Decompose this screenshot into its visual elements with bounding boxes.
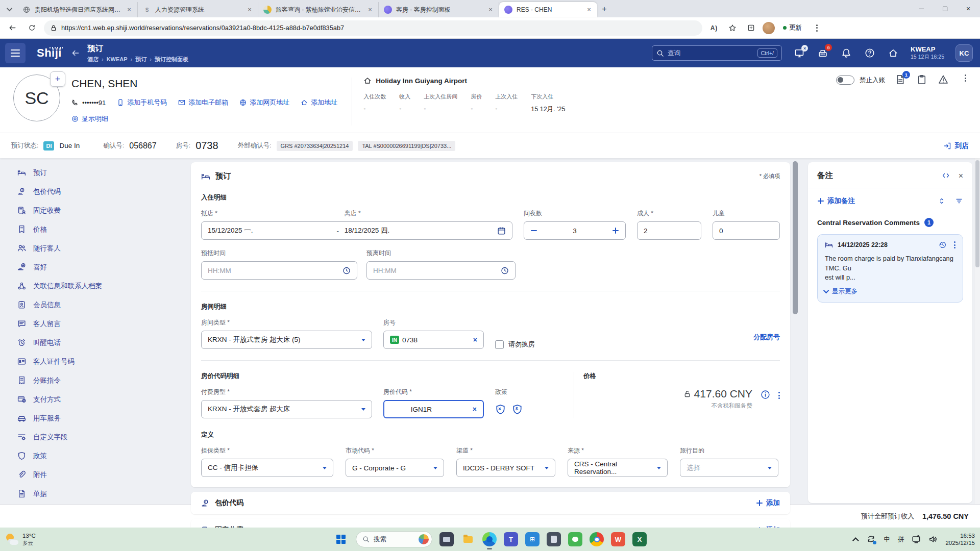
note-card[interactable]: 14/12/2025 22:28 The room charge is paid…: [817, 234, 963, 303]
lock-open-icon[interactable]: [683, 390, 691, 398]
add-mobile-link[interactable]: 添加手机号码: [117, 98, 167, 107]
calendar-icon[interactable]: [497, 227, 506, 235]
sidebar-item-linked-profiles[interactable]: 关联信息和联系人档案: [0, 277, 190, 295]
note-menu-icon[interactable]: [954, 241, 955, 248]
browser-profile-avatar[interactable]: [763, 22, 775, 34]
taskbar-app-calculator[interactable]: [547, 532, 561, 546]
sidebar-item-custom-fields[interactable]: 自定义字段: [0, 428, 190, 446]
scrollbar-thumb[interactable]: [793, 161, 798, 314]
cast-display-icon[interactable]: [912, 535, 921, 544]
cancellation-policy-shield-icon[interactable]: ×: [495, 404, 506, 415]
room-type-dropdown[interactable]: KRXN - 开放式套房 超大床 (5): [201, 331, 372, 349]
add-address-link[interactable]: 添加地址: [301, 98, 337, 107]
eta-input[interactable]: [201, 261, 357, 280]
sidebar-item-documents[interactable]: 单据: [0, 484, 190, 503]
add-email-link[interactable]: 添加电子邮箱: [178, 98, 228, 107]
price-menu-icon[interactable]: [778, 392, 780, 399]
guarantee-dropdown[interactable]: CC - 信用卡担保: [201, 459, 333, 477]
taskbar-search[interactable]: 搜索: [356, 531, 432, 547]
room-no-input[interactable]: IN 0738 ×: [383, 331, 484, 349]
weather-widget[interactable]: 13°C 多云: [5, 533, 36, 546]
close-icon[interactable]: ×: [959, 171, 963, 181]
global-search-input[interactable]: Ctrl+/: [652, 45, 782, 61]
browser-tab[interactable]: 贵阳机场智选假日酒店系统网址导 ×: [17, 2, 138, 17]
filter-icon[interactable]: [955, 197, 963, 205]
add-package-button[interactable]: 添加: [756, 498, 780, 508]
sidebar-item-packages[interactable]: 包价代码: [0, 182, 190, 201]
adults-input[interactable]: 2: [637, 221, 701, 240]
tray-expand-icon[interactable]: [852, 537, 859, 544]
add-note-button[interactable]: 添加备注: [817, 196, 855, 206]
window-maximize-button[interactable]: [933, 0, 957, 17]
sidebar-item-transportation[interactable]: 用车服务: [0, 409, 190, 428]
sidebar-item-wakeup-calls[interactable]: 叫醒电话: [0, 333, 190, 352]
purpose-dropdown[interactable]: 选择: [680, 459, 778, 477]
ime-mode-indicator[interactable]: 拼: [898, 535, 904, 544]
favorite-star-icon[interactable]: [726, 21, 739, 35]
sidebar-item-fixed-charges[interactable]: 固定收费: [0, 201, 190, 220]
show-details-link[interactable]: 显示明细: [71, 114, 108, 123]
history-icon[interactable]: [939, 241, 947, 249]
nights-plus-button[interactable]: [611, 226, 620, 235]
no-post-toggle[interactable]: [836, 76, 854, 85]
read-aloud-icon[interactable]: A): [707, 21, 721, 35]
browser-tab[interactable]: 旅客查询 - 紫楠旅馆业治安信息管 ×: [258, 2, 379, 17]
start-button[interactable]: [333, 532, 349, 547]
sidebar-item-guest-ids[interactable]: 客人证件号码: [0, 352, 190, 371]
sidebar-item-preferences[interactable]: 喜好: [0, 258, 190, 277]
tab-close-icon[interactable]: ×: [246, 6, 254, 14]
sidebar-item-membership[interactable]: 会员信息: [0, 295, 190, 314]
tab-search-chevron-icon[interactable]: [3, 3, 17, 16]
source-dropdown[interactable]: CRS - Central Reservation...: [568, 459, 668, 477]
notifications-bell-icon[interactable]: [840, 47, 852, 59]
browser-refresh-button[interactable]: [24, 21, 39, 35]
no-move-checkbox-row[interactable]: 请勿换房: [495, 340, 535, 349]
property-block[interactable]: KWEAP 15 12月 16:25: [911, 46, 944, 60]
cashier-icon[interactable]: [817, 47, 829, 59]
etd-time-field[interactable]: [373, 267, 501, 274]
url-text[interactable]: https://cn1.web.ep.shiji.world/reservati…: [61, 24, 696, 32]
browser-menu-icon[interactable]: [810, 21, 823, 35]
browser-back-button[interactable]: [5, 21, 19, 35]
window-minimize-button[interactable]: [910, 0, 933, 17]
tab-close-icon[interactable]: ×: [486, 6, 495, 14]
channel-dropdown[interactable]: IDCDS - DERBY SOFT: [456, 459, 555, 477]
nights-value[interactable]: 3: [573, 227, 577, 235]
tab-close-icon[interactable]: ×: [125, 6, 133, 14]
sidebar-item-routing[interactable]: 分账指令: [0, 371, 190, 390]
deposit-policy-shield-icon[interactable]: $: [512, 404, 523, 415]
children-input[interactable]: 0: [713, 221, 780, 240]
checkbox-icon[interactable]: [495, 340, 504, 349]
sync-icon[interactable]: [867, 535, 876, 544]
taskbar-clock[interactable]: 16:53 2025/12/15: [945, 532, 975, 547]
add-website-link[interactable]: 添加网页地址: [239, 98, 289, 107]
window-close-button[interactable]: ×: [957, 0, 980, 17]
eta-time-field[interactable]: [208, 267, 342, 274]
taskbar-app-teams[interactable]: T: [504, 532, 518, 546]
sidebar-item-prices[interactable]: 价格: [0, 220, 190, 239]
add-profile-button[interactable]: +: [50, 71, 65, 87]
date-range-input[interactable]: 15/12/2025 一. - 18/12/2025 四.: [201, 221, 512, 240]
browser-tab[interactable]: 客房 - 客房控制面板 ×: [379, 2, 499, 17]
search-input[interactable]: [668, 49, 754, 57]
nights-minus-button[interactable]: [529, 226, 538, 235]
taskbar-app-wechat[interactable]: [568, 532, 582, 546]
breadcrumb-item[interactable]: KWEAP: [107, 56, 128, 62]
collections-icon[interactable]: [744, 21, 757, 35]
sidebar-item-attachments[interactable]: 附件: [0, 465, 190, 484]
tab-close-icon[interactable]: ×: [585, 6, 593, 14]
sidebar-item-policies[interactable]: 政策: [0, 446, 190, 465]
volume-icon[interactable]: [928, 535, 938, 544]
address-bar[interactable]: https://cn1.web.ep.shiji.world/reservati…: [44, 20, 702, 36]
home-icon[interactable]: [887, 47, 899, 59]
etd-input[interactable]: [366, 261, 516, 280]
taskbar-app-excel[interactable]: X: [632, 532, 647, 546]
rate-code-input[interactable]: IGN1R ×: [383, 400, 484, 418]
warning-icon[interactable]: [938, 74, 949, 86]
taskbar-app-chrome[interactable]: [590, 532, 604, 546]
help-icon[interactable]: [864, 47, 876, 59]
market-dropdown[interactable]: G - Corporate - G: [346, 459, 444, 477]
tab-close-icon[interactable]: ×: [366, 6, 374, 14]
main-scrollbar[interactable]: [793, 161, 798, 498]
external-tag-tal[interactable]: TAL #S0000026691199|DS|20733...: [358, 141, 455, 151]
